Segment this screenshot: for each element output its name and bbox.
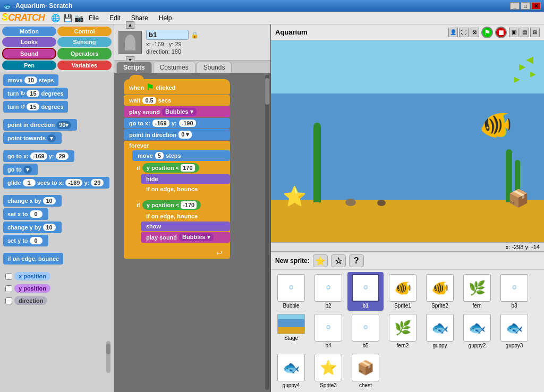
menu-help[interactable]: Help <box>157 13 174 23</box>
save-icon[interactable]: 💾 <box>63 14 72 22</box>
script-area[interactable]: when ⚑ clicked wait 0.5 secs play sound … <box>114 73 270 392</box>
block-goto-xy[interactable]: go to x: -169 y: 29 <box>3 150 74 162</box>
globe-icon[interactable]: 🌐 <box>51 14 60 22</box>
tab-sounds[interactable]: Sounds <box>197 62 232 73</box>
block-if-2[interactable]: if y position < -170 if on edge, bounce … <box>132 199 230 247</box>
layout-expand-icon[interactable]: ⊞ <box>530 28 540 37</box>
sprite-item-guppy2[interactable]: 🐟 guppy2 <box>459 312 495 351</box>
sprite-item-sprite2[interactable]: 🐠 Sprite2 <box>422 272 458 311</box>
block-if-edge[interactable]: if on edge, bounce <box>3 253 63 265</box>
view-fullscreen-icon[interactable]: ⛶ <box>459 28 469 37</box>
layout-small-icon[interactable]: ▣ <box>509 28 518 37</box>
sprite-item-guppy4[interactable]: 🐟 guppy4 <box>273 352 309 390</box>
camera-icon[interactable]: 📷 <box>74 14 83 22</box>
sprite-item-b3[interactable]: ⚬ b3 <box>496 272 532 311</box>
sprite-item-fern[interactable]: 🌿 fern <box>459 272 495 311</box>
sprite-item-guppy[interactable]: 🐟 guppy <box>422 312 458 351</box>
sprite-thumb-b5: ⚬ <box>352 314 379 342</box>
maximize-button[interactable]: □ <box>521 2 530 10</box>
block-wait[interactable]: wait 0.5 secs <box>124 95 230 106</box>
sprite-label-b2: b2 <box>325 303 331 309</box>
sprite-item-fern2[interactable]: 🌿 fern2 <box>385 312 421 351</box>
sprite-item-sprite3[interactable]: ⭐ Sprite3 <box>310 352 346 390</box>
folder-new-sprite-btn[interactable]: ? <box>349 254 364 267</box>
block-move-5[interactable]: move 5 steps <box>132 150 230 161</box>
sprite-item-b1[interactable]: ⚬ b1 <box>347 272 384 311</box>
layout-large-icon[interactable]: ▤ <box>520 28 529 37</box>
view-person-icon[interactable]: 👤 <box>448 28 458 37</box>
menu-file[interactable]: File <box>87 13 101 23</box>
stage-coords: x: -298 y: -14 <box>271 242 544 251</box>
scroll-thumb[interactable] <box>265 78 269 105</box>
paint-new-sprite-btn[interactable]: ⭐ <box>313 254 328 267</box>
dir-label: direction <box>14 296 47 305</box>
block-glide[interactable]: glide 1 secs to x: -169 y: 29 <box>3 177 109 189</box>
sprite-item-stage[interactable]: Stage <box>273 312 309 351</box>
sprite-thumb-fern: 🌿 <box>463 274 491 302</box>
titlebar: 🐟 Aquarium- Scratch _ □ ✕ <box>0 0 544 12</box>
stop-button[interactable]: ⏹ <box>495 27 507 38</box>
block-edge-2[interactable]: if on edge, bounce <box>141 211 230 221</box>
sprite-label-guppy: guppy <box>432 343 447 348</box>
block-play-sound-1[interactable]: play sound Bubbles ▾ <box>124 106 230 117</box>
block-edge-1[interactable]: if on edge, bounce <box>141 184 230 194</box>
block-goto[interactable]: go to ▾ <box>3 164 38 175</box>
block-goto-xy-script[interactable]: go to x: -169 y: -190 <box>124 118 230 129</box>
green-flag-button[interactable]: ⚑ <box>481 27 493 38</box>
block-point-towards[interactable]: point towards ▾ <box>3 132 62 144</box>
cat-variables[interactable]: Variables <box>57 61 112 70</box>
script-group: when ⚑ clicked wait 0.5 secs play sound … <box>124 79 230 259</box>
sprite-label-guppy3: guppy3 <box>506 343 523 348</box>
cat-sound[interactable]: Sound <box>2 48 56 59</box>
sprite-item-b5[interactable]: ⚬ b5 <box>347 312 384 351</box>
sprite-item-b2[interactable]: ⚬ b2 <box>310 272 346 311</box>
cat-pen[interactable]: Pen <box>2 61 56 70</box>
block-turn-cw[interactable]: turn ↻ 15 degrees <box>3 88 68 99</box>
block-set-x[interactable]: set x to 0 <box>3 208 48 220</box>
scrollbar[interactable] <box>265 75 269 390</box>
block-turn-ccw[interactable]: turn ↺ 15 degrees <box>3 101 68 113</box>
xpos-checkbox[interactable] <box>5 273 12 280</box>
ypos-checkbox[interactable] <box>5 285 12 292</box>
starfish: ⭐ <box>283 185 307 208</box>
sprite-item-bubble[interactable]: ⚬ Bubble <box>273 272 309 311</box>
block-change-y[interactable]: change y by 10 <box>3 221 62 233</box>
fish-top-4: ▶ <box>514 75 520 83</box>
block-point-dir[interactable]: point in direction 90▾ <box>3 119 77 131</box>
sprite-thumb-bubble: ⚬ <box>277 274 305 302</box>
block-palette: move 10 steps turn ↻ 15 degrees turn ↺ 1… <box>0 72 114 392</box>
dir-checkbox[interactable] <box>5 297 12 304</box>
cat-control[interactable]: Control <box>57 27 112 36</box>
new-sprite-label: New sprite: <box>275 257 310 265</box>
sprite-name-field[interactable]: b1 <box>146 30 189 40</box>
block-set-y[interactable]: set y to 0 <box>3 235 48 246</box>
block-if-1[interactable]: if y position < 170 hide if on edge, bou… <box>132 161 230 198</box>
right-panel: Aquarium 👤 ⛶ ⊠ ⚑ ⏹ ▣ ▤ ⊞ <box>271 24 544 392</box>
cat-sensing[interactable]: Sensing <box>57 37 112 47</box>
cat-operators[interactable]: Operators <box>57 48 112 59</box>
sprite-item-guppy3[interactable]: 🐟 guppy3 <box>496 312 532 351</box>
sprite-item-sprite1[interactable]: 🐠 Sprite1 <box>385 272 421 311</box>
block-change-x[interactable]: change x by 10 <box>3 195 62 207</box>
minimize-button[interactable]: _ <box>510 2 520 10</box>
block-when-clicked[interactable]: when ⚑ clicked <box>124 79 230 95</box>
block-play-sound-2[interactable]: play sound Bubbles ▾ <box>141 232 230 243</box>
sprite-item-b4[interactable]: ⚬ b4 <box>310 312 346 351</box>
block-move[interactable]: move 10 steps <box>3 74 58 86</box>
tab-costumes[interactable]: Costumes <box>153 62 196 73</box>
close-button[interactable]: ✕ <box>531 2 541 10</box>
block-forever[interactable]: forever move 5 steps if y position < 170 <box>124 141 230 259</box>
cat-looks[interactable]: Looks <box>2 37 56 47</box>
sprite-item-chest[interactable]: 📦 chest <box>347 352 384 390</box>
star-new-sprite-btn[interactable]: ☆ <box>331 254 346 267</box>
cat-motion[interactable]: Motion <box>2 27 56 36</box>
block-hide[interactable]: hide <box>141 174 230 184</box>
block-point-dir-script[interactable]: point in direction 0 ▾ <box>124 129 230 140</box>
block-show[interactable]: show <box>141 221 230 231</box>
view-shrink-icon[interactable]: ⊠ <box>470 28 479 37</box>
sprite-x: x: -169 y: 29 <box>146 41 199 47</box>
tab-scripts[interactable]: Scripts <box>116 62 152 73</box>
nav-up[interactable]: ▲ <box>126 21 134 29</box>
sprite-thumb-chest: 📦 <box>352 354 379 381</box>
stage-canvas[interactable]: ▶ ▶ ▶ ▶ 🐠 ⭐ 📦 <box>271 40 544 242</box>
